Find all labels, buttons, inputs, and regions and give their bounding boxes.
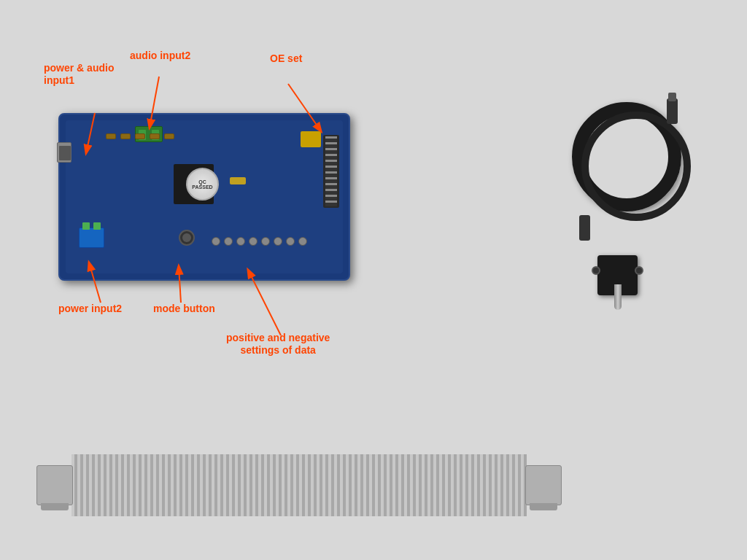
audio-adapter: [594, 252, 641, 310]
annotation-settings-data: positive and negativesettings of data: [226, 332, 330, 357]
pcb-board: QCPASSED: [58, 113, 350, 281]
annotation-mode-button: mode button: [153, 303, 215, 315]
power-terminal: [79, 228, 104, 248]
annotation-audio-input2: audio input2: [130, 50, 190, 62]
annotation-oe-set: OE set: [270, 52, 302, 65]
crystal-oscillator: [230, 177, 246, 184]
usb-cable: [568, 95, 685, 241]
scene-container: QCPASSED: [0, 0, 747, 560]
pin-header: [323, 135, 339, 208]
qc-badge: QCPASSED: [186, 168, 219, 201]
mode-button[interactable]: [179, 230, 195, 246]
annotation-power-audio: power & audioinput1: [44, 62, 114, 87]
data-pins: [212, 235, 314, 248]
ribbon-cable: [36, 454, 562, 516]
resistors: [106, 133, 174, 139]
annotation-power-input2: power input2: [58, 303, 122, 315]
usb-port: [57, 142, 71, 163]
oe-connector: [301, 131, 321, 147]
